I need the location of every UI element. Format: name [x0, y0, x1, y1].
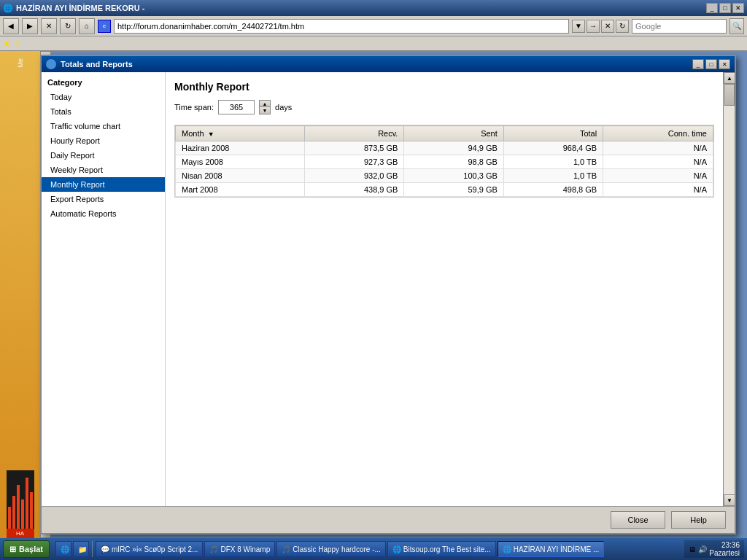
scroll-down-button[interactable]: ▼: [724, 494, 735, 506]
clock-day: Pazartesi: [709, 549, 740, 557]
taskbar-item-icon: 🎵: [209, 545, 218, 553]
col-month[interactable]: Month ▼: [176, 126, 305, 141]
nav-item-daily-report[interactable]: Daily Report: [42, 148, 165, 163]
taskbar-item-icon: 🎵: [282, 545, 290, 553]
right-scrollbar: ▲ ▼: [723, 72, 735, 506]
favorites-bar: ★ ☆: [0, 36, 747, 51]
col-total: Total: [503, 126, 603, 141]
taskbar-item-dfx[interactable]: 🎵DFX 8 Winamp: [204, 541, 275, 557]
folder-quicklaunch[interactable]: 📁: [73, 541, 89, 557]
nav-item-today[interactable]: Today: [42, 90, 165, 104]
dialog-maximize-button[interactable]: □: [705, 59, 717, 69]
refresh-button[interactable]: ↻: [60, 18, 76, 34]
cell-recv: 932,0 GB: [305, 169, 404, 183]
nav-item-totals[interactable]: Totals: [42, 104, 165, 119]
ie-quicklaunch[interactable]: 🌐: [55, 541, 71, 557]
minimize-button[interactable]: _: [706, 3, 718, 13]
maximize-button[interactable]: □: [719, 3, 731, 13]
taskbar-item-haziran[interactable]: 🌐HAZİRAN AYI İNDİRME ...: [498, 541, 605, 557]
report-table: Month ▼ Recv. Sent Total Conn. time Hazi…: [175, 125, 713, 197]
taskbar: ⊞ Başlat 🌐 📁 💬mIRC »i« Scø0p Script 2...…: [0, 538, 747, 560]
windows-icon: ⊞: [9, 545, 16, 554]
home-button[interactable]: ⌂: [79, 18, 95, 34]
spin-down-button[interactable]: ▼: [260, 107, 270, 114]
cell-total: 968,4 GB: [503, 141, 603, 155]
close-button[interactable]: ✕: [732, 3, 744, 13]
spin-up-button[interactable]: ▲: [260, 101, 270, 107]
back-button[interactable]: ◀: [3, 18, 19, 34]
cell-month: Haziran 2008: [176, 141, 305, 155]
nav-item-traffic-volume-chart[interactable]: Traffic volume chart: [42, 119, 165, 133]
refresh-page[interactable]: ↻: [616, 20, 629, 33]
clock: 23:36 Pazartesi: [709, 541, 740, 557]
nav-item-hourly-report[interactable]: Hourly Report: [42, 133, 165, 148]
timespan-spinner: ▲ ▼: [259, 100, 271, 114]
address-input[interactable]: [114, 19, 569, 34]
scroll-up-button[interactable]: ▲: [724, 72, 735, 84]
col-conn-time: Conn. time: [603, 126, 713, 141]
table-container: Month ▼ Recv. Sent Total Conn. time Hazi…: [174, 125, 714, 198]
dialog-icon: [46, 59, 56, 69]
table-row: Mayıs 2008 927,3 GB 98,8 GB 1,0 TB N/A: [176, 155, 713, 169]
timespan-input[interactable]: [218, 100, 255, 114]
cell-month: Mayıs 2008: [176, 155, 305, 169]
cell-recv: 873,5 GB: [305, 141, 404, 155]
address-icon: e: [98, 20, 111, 33]
left-sidebar: Me HA: [0, 51, 40, 538]
cell-month: Nisan 2008: [176, 169, 305, 183]
window-icon: 🌐: [3, 4, 13, 13]
nav-item-weekly-report[interactable]: Weekly Report: [42, 163, 165, 177]
forward-button[interactable]: ▶: [22, 18, 38, 34]
taskbar-item-label: Bitsoup.org The Best site...: [403, 545, 491, 553]
taskbar-item-label: mIRC »i« Scø0p Script 2...: [112, 545, 198, 553]
stop-loading[interactable]: ✕: [601, 20, 614, 33]
cell-conn-time: N/A: [603, 155, 713, 169]
taskbar-items: 💬mIRC »i« Scø0p Script 2...🎵DFX 8 Winamp…: [96, 541, 681, 557]
table-row: Mart 2008 438,9 GB 59,9 GB 498,8 GB N/A: [176, 183, 713, 197]
days-label: days: [275, 103, 292, 112]
search-input[interactable]: [632, 19, 727, 34]
cell-month: Mart 2008: [176, 183, 305, 197]
cell-sent: 59,9 GB: [404, 183, 503, 197]
cell-recv: 438,9 GB: [305, 183, 404, 197]
browser-toolbar: ◀ ▶ ✕ ↻ ⌂ e ▼ → ✕ ↻ 🔍: [0, 16, 747, 36]
stop-button[interactable]: ✕: [41, 18, 57, 34]
search-button[interactable]: 🔍: [729, 18, 744, 34]
scroll-thumb[interactable]: [724, 84, 735, 106]
address-bar: e ▼ → ✕ ↻: [98, 19, 629, 34]
nav-item-automatic-reports[interactable]: Automatic Reports: [42, 206, 165, 221]
taskbar-item-mirc[interactable]: 💬mIRC »i« Scø0p Script 2...: [96, 541, 203, 557]
taskbar-item-label: DFX 8 Winamp: [220, 545, 270, 553]
content-area: Monthly Report Time span: ▲ ▼ days: [166, 72, 723, 506]
dialog-minimize-button[interactable]: _: [692, 59, 704, 69]
scroll-track: [724, 84, 735, 494]
help-button[interactable]: Help: [671, 511, 726, 529]
volume-tray-icon: 🔊: [698, 545, 707, 553]
cell-sent: 100,3 GB: [404, 169, 503, 183]
address-go[interactable]: →: [587, 20, 600, 33]
dialog-close-button[interactable]: ✕: [719, 59, 730, 69]
report-title: Monthly Report: [174, 81, 714, 93]
dialog-titlebar: Totals and Reports _ □ ✕: [42, 56, 735, 72]
table-row: Nisan 2008 932,0 GB 100,3 GB 1,0 TB N/A: [176, 169, 713, 183]
cell-conn-time: N/A: [603, 183, 713, 197]
dialog-window: Totals and Reports _ □ ✕ Category TodayT…: [40, 55, 736, 534]
cell-conn-time: N/A: [603, 169, 713, 183]
address-dropdown[interactable]: ▼: [572, 20, 585, 33]
table-header-row: Month ▼ Recv. Sent Total Conn. time: [176, 126, 713, 141]
nav-item-export-reports[interactable]: Export Reports: [42, 192, 165, 206]
main-area: Me HA Totals and Reports _ □ ✕: [0, 51, 747, 538]
cell-sent: 94,9 GB: [404, 141, 503, 155]
taskbar-item-icon: 💬: [101, 545, 109, 553]
nav-item-monthly-report[interactable]: Monthly Report: [42, 177, 165, 192]
cell-recv: 927,3 GB: [305, 155, 404, 169]
taskbar-item-bitsoup[interactable]: 🌐Bitsoup.org The Best site...: [387, 541, 496, 557]
star2-icon: ☆: [14, 39, 22, 49]
timespan-row: Time span: ▲ ▼ days: [174, 100, 714, 114]
mini-chart: [7, 470, 34, 529]
col-sent: Sent: [404, 126, 503, 141]
close-dialog-button[interactable]: Close: [611, 511, 665, 529]
start-button[interactable]: ⊞ Başlat: [3, 540, 50, 558]
taskbar-item-classic[interactable]: 🎵Classic Happy hardcore -...: [276, 541, 386, 557]
category-sidebar: Category TodayTotalsTraffic volume chart…: [42, 72, 166, 506]
